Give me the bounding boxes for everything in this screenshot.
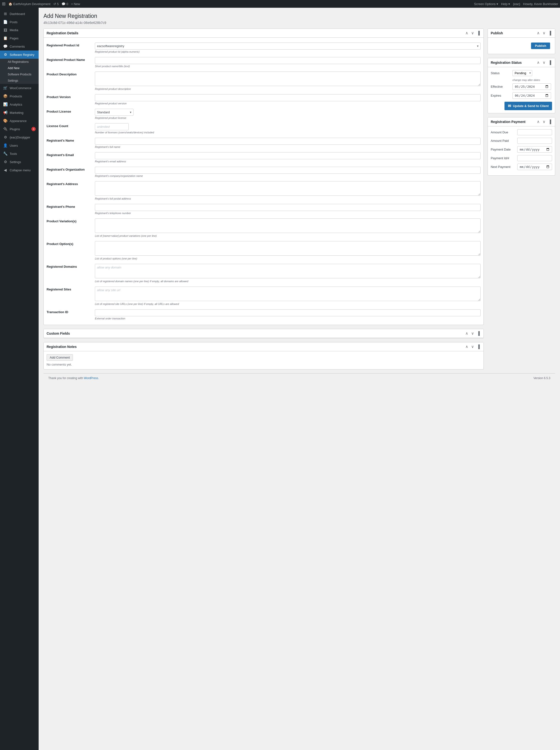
- sidebar-item-plugins[interactable]: 🔌 Plugins 4: [0, 125, 39, 133]
- payment-date-input[interactable]: [517, 146, 552, 153]
- publish-button[interactable]: Publish: [531, 42, 550, 49]
- effective-row: Effective: [491, 83, 552, 90]
- publish-collapse-up-btn[interactable]: ∧: [536, 31, 541, 36]
- submenu-item-software-products[interactable]: Software Products: [0, 71, 39, 78]
- footer-wp-link[interactable]: WordPress: [84, 376, 98, 380]
- postbox-collapse-down-btn-2[interactable]: ∨: [470, 331, 475, 336]
- next-payment-input[interactable]: [517, 163, 552, 170]
- product-description-textarea[interactable]: [95, 72, 481, 86]
- product-license-select[interactable]: Standard: [95, 109, 133, 116]
- sidebar-item-eac-doojigger[interactable]: ⚙ {eac}Doojigger: [0, 133, 39, 141]
- payment-id-input[interactable]: [517, 155, 552, 161]
- comment-count[interactable]: 💬 0: [62, 2, 68, 6]
- field-hint-registrants-phone: Registrant's telephone number: [95, 212, 481, 215]
- sidebar-item-label: Marketing: [9, 111, 23, 115]
- registered-product-id-select[interactable]: eacsoftwareregistry: [95, 42, 481, 50]
- pages-icon: 📋: [3, 36, 8, 40]
- publish-toggle-btn[interactable]: ▐: [547, 31, 552, 36]
- postbox-collapse-up-btn-3[interactable]: ∧: [464, 344, 469, 349]
- sidebar-item-users[interactable]: 👤 Users: [0, 141, 39, 150]
- sidebar-item-comments[interactable]: 💬 Comments: [0, 42, 39, 51]
- field-cell: Registrant's telephone number: [95, 202, 481, 217]
- product-version-input[interactable]: [95, 94, 481, 101]
- sidebar-item-settings[interactable]: ⚙ Settings: [0, 158, 39, 166]
- sidebar-item-media[interactable]: 🖼 Media: [0, 26, 39, 34]
- wp-wrap: ⊞ Dashboard 📄 Posts 🖼 Media 📋 Pages 💬 Co…: [0, 8, 560, 750]
- field-cell: Standard Registered product license: [95, 107, 481, 121]
- sidebar-item-software-registry[interactable]: ⚙ Software Registry: [0, 51, 39, 59]
- registered-sites-textarea[interactable]: [95, 287, 481, 301]
- effective-date-input[interactable]: [513, 83, 551, 90]
- registered-product-name-input[interactable]: [95, 57, 481, 64]
- status-select[interactable]: Pending Active Inactive: [513, 70, 532, 76]
- registrants-email-input[interactable]: [95, 152, 481, 159]
- users-icon: 👤: [3, 143, 8, 147]
- status-collapse-up-btn[interactable]: ∧: [536, 60, 541, 65]
- sidebar-item-woocommerce[interactable]: 🛒 WooCommerce: [0, 84, 39, 92]
- field-cell: List of [name=value] product variations …: [95, 217, 481, 239]
- sidebar-item-pages[interactable]: 📋 Pages: [0, 34, 39, 42]
- postbox-toggle-btn-3[interactable]: ▐: [476, 344, 481, 349]
- update-count[interactable]: ↺ 5: [53, 2, 59, 6]
- sidebar-item-appearance[interactable]: 🎨 Appearance: [0, 117, 39, 125]
- postbox-collapse-up-btn-2[interactable]: ∧: [464, 331, 469, 336]
- submenu-item-settings[interactable]: Settings: [0, 78, 39, 84]
- sidebar-item-label: Settings: [9, 160, 21, 164]
- registrants-organization-input[interactable]: [95, 167, 481, 174]
- update-send-button[interactable]: ✉ Update & Send to Client: [504, 102, 552, 110]
- postbox-collapse-down-btn[interactable]: ∨: [470, 31, 475, 36]
- postbox-collapse-up-btn[interactable]: ∧: [464, 31, 469, 36]
- wp-logo[interactable]: ⊞: [2, 1, 5, 6]
- user-greeting: Howdy, Kevin Burkholder: [523, 2, 558, 6]
- product-options-textarea[interactable]: [95, 241, 481, 256]
- publish-collapse-down-btn[interactable]: ∨: [542, 31, 546, 36]
- postbox-toggle-btn[interactable]: ▐: [476, 31, 481, 36]
- sidebar-item-marketing[interactable]: 📢 Marketing: [0, 108, 39, 117]
- sidebar-item-posts[interactable]: 📄 Posts: [0, 18, 39, 26]
- submenu-item-add-new[interactable]: Add New: [0, 65, 39, 71]
- payment-collapse-up-btn[interactable]: ∧: [536, 119, 541, 124]
- sidebar-item-products[interactable]: 📦 Products: [0, 92, 39, 100]
- registrants-phone-input[interactable]: [95, 204, 481, 211]
- help-btn[interactable]: Help ▾: [501, 2, 510, 6]
- plugins-badge: 4: [32, 127, 36, 131]
- field-hint-transaction-id: External order transaction: [95, 317, 481, 320]
- registration-status-title: Registration Status: [491, 61, 536, 64]
- registration-payment-title: Registration Payment: [491, 120, 536, 124]
- field-hint-registered-product-name: Short product name/title (text): [95, 65, 481, 68]
- comment-icon: 💬: [62, 2, 65, 6]
- screen-options-btn[interactable]: Screen Options ▾: [474, 2, 498, 6]
- amount-due-input[interactable]: [517, 129, 552, 135]
- expires-date-input[interactable]: [513, 92, 551, 99]
- sidebar-item-tools[interactable]: 🔧 Tools: [0, 150, 39, 158]
- appearance-icon: 🎨: [3, 119, 8, 123]
- sidebar-item-analytics[interactable]: 📊 Analytics: [0, 100, 39, 108]
- submenu-item-all-registrations[interactable]: All Registrations: [0, 59, 39, 65]
- transaction-id-input[interactable]: [95, 309, 481, 316]
- license-count-input[interactable]: [95, 123, 129, 130]
- registered-domains-textarea[interactable]: [95, 264, 481, 278]
- sidebar-item-label: Analytics: [9, 103, 22, 106]
- registrants-address-textarea[interactable]: [95, 181, 481, 196]
- payment-collapse-down-btn[interactable]: ∨: [542, 119, 546, 124]
- amount-paid-input[interactable]: [517, 138, 552, 144]
- add-comment-button[interactable]: Add Comment: [47, 354, 73, 361]
- sidebar-collapse-menu[interactable]: ◀ Collapse menu: [0, 166, 39, 174]
- registration-details-header: Registration Details ∧ ∨ ▐: [44, 29, 483, 38]
- sidebar-item-dashboard[interactable]: ⊞ Dashboard: [0, 10, 39, 18]
- postbox-collapse-down-btn-3[interactable]: ∨: [470, 344, 475, 349]
- product-variations-textarea[interactable]: [95, 218, 481, 233]
- table-row: Product Version Registered product versi…: [47, 92, 481, 107]
- registration-details-metabox: Registration Details ∧ ∨ ▐: [43, 28, 484, 325]
- new-item[interactable]: + New: [71, 2, 80, 6]
- amount-due-label: Amount Due: [491, 131, 517, 134]
- sidebar-item-label: Plugins: [9, 127, 20, 131]
- postbox-toggle-btn-2[interactable]: ▐: [476, 331, 481, 336]
- payment-toggle-btn[interactable]: ▐: [547, 119, 552, 124]
- status-toggle-btn[interactable]: ▐: [547, 60, 552, 65]
- site-name[interactable]: 🏠 EarthAsylum Development: [8, 2, 50, 6]
- payment-id-label: Payment Id/#: [491, 156, 517, 160]
- status-collapse-down-btn[interactable]: ∨: [542, 60, 546, 65]
- publish-actions: Publish: [491, 41, 552, 51]
- registrants-name-input[interactable]: [95, 138, 481, 145]
